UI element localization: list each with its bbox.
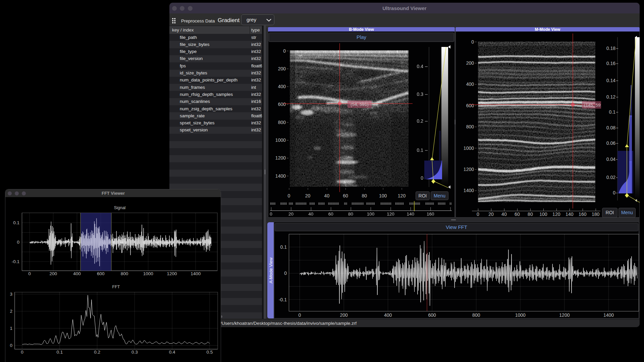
svg-text:FFT: FFT bbox=[112, 285, 120, 289]
svg-text:600: 600 bbox=[428, 312, 436, 318]
svg-text:160: 160 bbox=[579, 212, 587, 217]
svg-text:0.18: 0.18 bbox=[606, 46, 615, 51]
svg-text:0.5: 0.5 bbox=[207, 350, 213, 355]
svg-text:0.16: 0.16 bbox=[606, 61, 615, 66]
svg-text:80: 80 bbox=[362, 193, 367, 198]
svg-text:200: 200 bbox=[340, 312, 348, 318]
svg-text:80: 80 bbox=[348, 212, 353, 217]
svg-text:800: 800 bbox=[472, 312, 480, 318]
svg-text:40: 40 bbox=[501, 212, 507, 217]
svg-text:100: 100 bbox=[367, 212, 375, 217]
svg-text:0: 0 bbox=[471, 39, 474, 45]
svg-text:0: 0 bbox=[21, 350, 23, 355]
svg-text:80: 80 bbox=[528, 212, 533, 217]
svg-text:400: 400 bbox=[466, 81, 474, 87]
svg-text:0: 0 bbox=[17, 240, 19, 245]
svg-text:400: 400 bbox=[384, 312, 392, 318]
svg-text:120: 120 bbox=[387, 212, 394, 217]
svg-text:20: 20 bbox=[288, 212, 293, 217]
svg-text:3: 3 bbox=[10, 292, 12, 297]
svg-text:-0.1: -0.1 bbox=[279, 297, 287, 302]
svg-text:1400: 1400 bbox=[275, 173, 286, 179]
svg-text:160: 160 bbox=[427, 212, 434, 217]
svg-text:1: 1 bbox=[10, 326, 12, 331]
svg-text:1000: 1000 bbox=[143, 271, 153, 276]
svg-text:140: 140 bbox=[566, 212, 574, 217]
svg-text:0: 0 bbox=[288, 193, 290, 198]
svg-text:0.2: 0.2 bbox=[417, 118, 424, 124]
svg-text:400: 400 bbox=[73, 271, 81, 276]
svg-text:1200: 1200 bbox=[464, 167, 474, 172]
svg-text:60: 60 bbox=[328, 212, 333, 217]
svg-text:0.2: 0.2 bbox=[94, 350, 100, 355]
svg-text:20: 20 bbox=[488, 212, 494, 217]
svg-text:120: 120 bbox=[552, 212, 560, 217]
svg-text:40: 40 bbox=[324, 193, 330, 198]
svg-text:0.02: 0.02 bbox=[606, 175, 615, 180]
svg-text:800: 800 bbox=[121, 271, 128, 276]
svg-text:600: 600 bbox=[97, 271, 105, 276]
svg-text:0.06: 0.06 bbox=[606, 140, 615, 146]
svg-text:120: 120 bbox=[398, 193, 406, 198]
svg-text:0.1: 0.1 bbox=[13, 220, 19, 225]
svg-text:0: 0 bbox=[477, 212, 479, 217]
svg-text:100: 100 bbox=[539, 212, 547, 217]
svg-text:0: 0 bbox=[283, 48, 286, 54]
svg-text:140: 140 bbox=[407, 212, 415, 217]
svg-text:0.1: 0.1 bbox=[280, 244, 287, 250]
svg-text:0: 0 bbox=[299, 312, 301, 318]
svg-text:800: 800 bbox=[278, 120, 286, 125]
svg-text:1400: 1400 bbox=[191, 271, 201, 276]
svg-text:600: 600 bbox=[278, 102, 286, 107]
svg-text:1000: 1000 bbox=[515, 312, 526, 318]
svg-text:600: 600 bbox=[466, 103, 474, 108]
svg-text:1200: 1200 bbox=[559, 312, 570, 318]
svg-text:1000: 1000 bbox=[464, 145, 474, 151]
svg-text:1200: 1200 bbox=[167, 271, 177, 276]
svg-text:0: 0 bbox=[10, 343, 12, 348]
svg-text:60: 60 bbox=[515, 212, 520, 217]
svg-text:2: 2 bbox=[10, 309, 12, 314]
svg-text:0.14: 0.14 bbox=[606, 78, 615, 83]
svg-text:0: 0 bbox=[613, 190, 615, 195]
svg-text:0.1: 0.1 bbox=[609, 109, 616, 115]
svg-text:0.08: 0.08 bbox=[606, 125, 615, 130]
svg-text:0: 0 bbox=[421, 175, 423, 181]
svg-text:100: 100 bbox=[379, 193, 387, 198]
svg-text:0: 0 bbox=[284, 270, 287, 276]
svg-text:400: 400 bbox=[278, 84, 286, 89]
svg-text:0.1: 0.1 bbox=[56, 350, 63, 355]
svg-text:200: 200 bbox=[278, 66, 286, 71]
svg-text:0: 0 bbox=[28, 271, 31, 276]
svg-text:200: 200 bbox=[50, 271, 57, 276]
svg-text:1000: 1000 bbox=[275, 137, 286, 143]
svg-text:Signal: Signal bbox=[114, 205, 126, 210]
svg-text:(145, 591): (145, 591) bbox=[584, 103, 605, 108]
svg-text:1400: 1400 bbox=[464, 188, 474, 193]
svg-text:20: 20 bbox=[305, 193, 311, 198]
svg-text:200: 200 bbox=[466, 60, 474, 66]
svg-text:40: 40 bbox=[308, 212, 313, 217]
svg-text:0.12: 0.12 bbox=[606, 94, 615, 100]
svg-text:0.3: 0.3 bbox=[131, 350, 138, 355]
svg-text:0.4: 0.4 bbox=[417, 64, 424, 69]
svg-text:-0.1: -0.1 bbox=[12, 259, 19, 264]
svg-text:1400: 1400 bbox=[603, 312, 614, 318]
svg-text:0.3: 0.3 bbox=[417, 92, 424, 97]
svg-text:60: 60 bbox=[343, 193, 348, 198]
svg-text:0.4: 0.4 bbox=[169, 350, 175, 355]
svg-text:0.04: 0.04 bbox=[606, 157, 615, 162]
svg-text:1200: 1200 bbox=[275, 155, 286, 161]
svg-text:0.1: 0.1 bbox=[417, 147, 424, 153]
svg-text:0: 0 bbox=[270, 212, 272, 217]
svg-text:800: 800 bbox=[466, 124, 474, 129]
svg-text:(54, 591): (54, 591) bbox=[351, 102, 369, 107]
svg-text:180: 180 bbox=[592, 212, 600, 217]
